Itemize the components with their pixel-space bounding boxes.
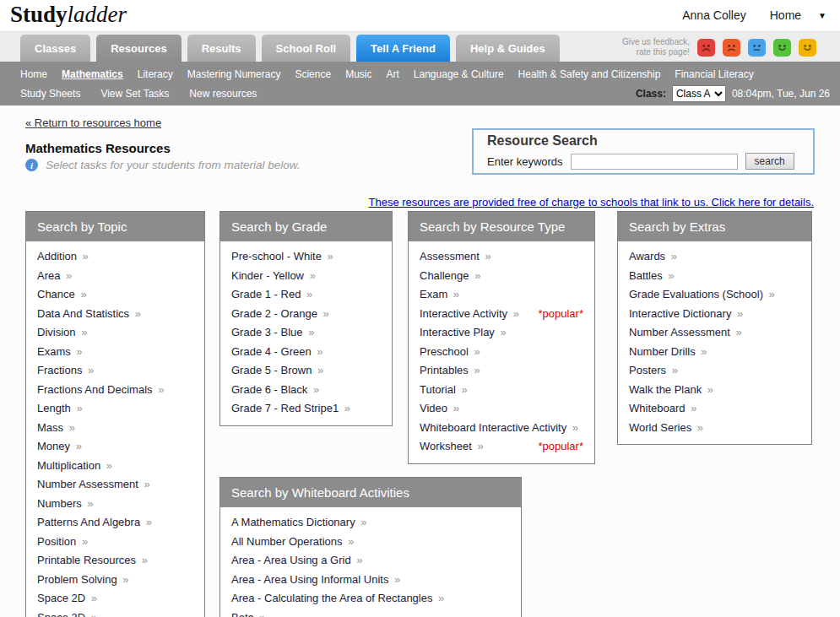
resource-link[interactable]: Problem Solving »	[37, 571, 129, 590]
resources-navbar: HomeMathematicsLiteracyMastering Numerac…	[0, 62, 840, 106]
resource-link[interactable]: Pre-school - White »	[231, 247, 333, 267]
resource-link[interactable]: Interactive Play »	[420, 323, 507, 343]
nav-item-literacy[interactable]: Literacy	[138, 68, 173, 80]
resource-link[interactable]: Number Drills »	[629, 343, 707, 362]
resource-link[interactable]: Preschool »	[420, 343, 480, 362]
resource-link[interactable]: Grade 1 - Red »	[231, 285, 312, 305]
resource-link[interactable]: Grade 2 - Orange »	[231, 305, 329, 324]
class-select[interactable]: Class A	[672, 85, 726, 102]
resource-link[interactable]: Awards »	[629, 247, 677, 267]
resource-link[interactable]: Data And Statistics »	[37, 305, 141, 324]
resource-link[interactable]: Grade 3 - Blue »	[231, 323, 314, 343]
nav-item-mastering-numeracy[interactable]: Mastering Numeracy	[187, 68, 281, 80]
resource-link[interactable]: Fractions And Decimals »	[37, 381, 164, 400]
resource-link[interactable]: Printables »	[420, 361, 480, 381]
tab-help-guides[interactable]: Help & Guides	[456, 35, 560, 62]
resource-link[interactable]: Area - Area Using a Grid »	[231, 551, 362, 571]
chevron-down-icon[interactable]: ▼	[818, 11, 826, 20]
resource-link[interactable]: Interactive Activity »	[420, 305, 519, 324]
nav-item-financial-literacy[interactable]: Financial Literacy	[675, 68, 753, 80]
nav-item-science[interactable]: Science	[295, 68, 331, 80]
list-item: Multiplication »	[37, 457, 193, 476]
resource-link[interactable]: Area - Calculating the Area of Rectangle…	[231, 589, 444, 609]
resource-type-list: Assessment »Challenge »Exam »Interactive…	[409, 247, 594, 457]
keywords-input[interactable]	[571, 154, 738, 170]
chevron-right-icon: »	[474, 345, 480, 358]
resource-link[interactable]: Patterns And Algebra »	[37, 513, 152, 533]
nav-item-study-sheets[interactable]: Study Sheets	[20, 88, 80, 100]
resource-link[interactable]: Interactive Dictionary »	[629, 305, 743, 324]
resource-link[interactable]: Battles »	[629, 267, 675, 286]
resource-link[interactable]: Posters »	[629, 361, 678, 381]
tab-classes[interactable]: Classes	[20, 35, 90, 62]
tab-resources[interactable]: Resources	[96, 35, 181, 62]
resource-link[interactable]: Number Assessment »	[629, 323, 742, 343]
resource-link[interactable]: Walk the Plank »	[629, 381, 713, 400]
resource-link[interactable]: World Series »	[629, 419, 703, 438]
resource-link[interactable]: Space 2D »	[37, 589, 97, 609]
return-to-resources-link[interactable]: « Return to resources home	[25, 116, 161, 129]
resource-link[interactable]: All Number Operations »	[231, 533, 354, 552]
resource-link[interactable]: Challenge »	[420, 267, 480, 286]
resource-link[interactable]: Chance »	[37, 285, 87, 305]
resource-link[interactable]: Grade 6 - Black »	[231, 381, 319, 400]
resource-link[interactable]: Assessment »	[420, 247, 491, 267]
tab-results[interactable]: Results	[187, 35, 256, 62]
home-menu[interactable]: Home ▼	[770, 8, 826, 22]
nav-item-language-culture[interactable]: Language & Culture	[414, 68, 504, 80]
resource-link[interactable]: Grade 5 - Brown »	[231, 361, 323, 381]
chevron-right-icon: »	[259, 611, 265, 617]
tab-school-roll[interactable]: School Roll	[262, 35, 351, 62]
resource-link[interactable]: Mass »	[37, 419, 75, 438]
resource-link[interactable]: Worksheet »	[420, 437, 484, 457]
nav-item-view-set-tasks[interactable]: View Set Tasks	[100, 88, 169, 100]
resource-link[interactable]: Video »	[420, 399, 459, 419]
resource-link[interactable]: Numbers »	[37, 495, 94, 514]
very-happy-face-icon[interactable]	[799, 39, 816, 57]
resource-link[interactable]: Position »	[37, 533, 88, 552]
nav-item-new-resources[interactable]: New resources	[189, 88, 257, 100]
resource-link[interactable]: Whiteboard »	[629, 399, 696, 419]
chevron-right-icon: »	[76, 440, 82, 452]
search-row: Enter keywords search	[487, 153, 794, 170]
angry-face-icon[interactable]	[697, 39, 715, 57]
chevron-right-icon: »	[76, 402, 82, 414]
resource-link[interactable]: Money »	[37, 437, 82, 457]
resource-link[interactable]: A Mathematics Dictionary »	[231, 513, 367, 533]
resource-link[interactable]: Multiplication »	[37, 457, 112, 476]
happy-face-icon[interactable]	[773, 39, 791, 57]
resource-link[interactable]: Beta »	[231, 609, 266, 617]
resource-link[interactable]: Length »	[37, 399, 83, 419]
unhappy-face-icon[interactable]	[723, 39, 740, 57]
chevron-right-icon: »	[308, 326, 314, 338]
neutral-face-icon[interactable]	[748, 39, 766, 57]
resource-link[interactable]: Kinder - Yellow »	[231, 267, 316, 286]
nav-item-health-safety-and-citizenship[interactable]: Health & Safety and Citizenship	[518, 68, 661, 80]
resource-link[interactable]: Fractions »	[37, 361, 94, 381]
resource-link[interactable]: Exam »	[420, 285, 459, 305]
studyladder-logo[interactable]: Studyladder	[10, 2, 127, 28]
resource-link[interactable]: Division »	[37, 323, 87, 343]
resource-link[interactable]: Grade 4 - Green »	[231, 343, 323, 362]
resource-link[interactable]: Space 3D »	[37, 609, 97, 617]
chevron-right-icon: »	[91, 611, 97, 617]
nav-item-art[interactable]: Art	[387, 68, 399, 80]
resource-link[interactable]: Grade Evaluations (School) »	[629, 285, 775, 305]
resource-link[interactable]: Tutorial »	[420, 381, 468, 400]
resource-link[interactable]: Addition »	[37, 247, 89, 267]
resource-link[interactable]: Grade 7 - Red Stripe1 »	[231, 399, 350, 419]
list-item: Grade 3 - Blue »	[231, 323, 381, 343]
nav-item-home[interactable]: Home	[20, 68, 47, 80]
nav-item-mathematics[interactable]: Mathematics	[62, 68, 123, 80]
chevron-right-icon: »	[474, 364, 480, 376]
resource-link[interactable]: Exams »	[37, 343, 83, 362]
resource-link[interactable]: Number Assessment »	[37, 475, 150, 495]
resource-link[interactable]: Printable Resources »	[37, 551, 148, 571]
resource-link[interactable]: Area - Area Using Informal Units »	[231, 571, 400, 590]
nav-item-music[interactable]: Music	[345, 68, 371, 80]
resource-link[interactable]: Area »	[37, 267, 72, 286]
free-resources-link[interactable]: These resources are provided free of cha…	[369, 196, 814, 208]
tab-tell-a-friend[interactable]: Tell A Friend	[356, 35, 450, 62]
search-button[interactable]: search	[745, 153, 794, 170]
resource-link[interactable]: Whiteboard Interactive Activity »	[420, 419, 578, 438]
